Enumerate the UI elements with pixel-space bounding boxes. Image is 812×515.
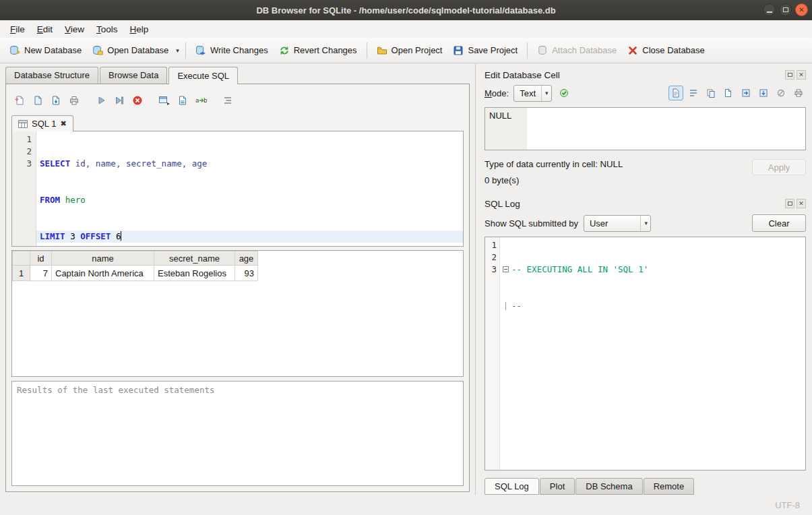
code-area[interactable]: SELECT id, name, secret_name, age FROM h… bbox=[36, 131, 463, 246]
revert-changes-icon bbox=[279, 45, 290, 56]
stop-execution-button[interactable] bbox=[129, 92, 146, 109]
print-sql-button[interactable] bbox=[66, 92, 82, 109]
close-database-button[interactable]: Close Database bbox=[622, 42, 710, 59]
save-cell-button[interactable] bbox=[721, 86, 736, 100]
revert-changes-button[interactable]: Revert Changes bbox=[274, 42, 363, 59]
save-results-view-button[interactable] bbox=[175, 92, 191, 109]
execution-message: Results of the last executed statements bbox=[17, 385, 215, 395]
sql-code-editor[interactable]: 1 2 3 SELECT id, name, secret_name, age … bbox=[11, 131, 464, 247]
edit-cell-toolbar: Mode: Text ▾ bbox=[485, 82, 806, 104]
edit-cell-title: Edit Database Cell bbox=[485, 70, 560, 80]
cell-name[interactable]: Captain North America bbox=[52, 266, 154, 281]
tab-browse-data[interactable]: Browse Data bbox=[100, 67, 167, 84]
menu-tools[interactable]: Tools bbox=[90, 22, 124, 36]
copy-cell-button[interactable] bbox=[704, 86, 718, 100]
code-line-3-current: LIMIT 3 OFFSET 6 bbox=[36, 231, 463, 243]
column-header-secret-name[interactable]: secret_name bbox=[154, 251, 235, 266]
set-null-button[interactable] bbox=[774, 86, 788, 100]
close-icon: ✕ bbox=[799, 6, 804, 13]
edit-cell-float-button[interactable] bbox=[785, 70, 794, 80]
fold-guide bbox=[505, 302, 509, 310]
chevron-down-icon: ▾ bbox=[541, 86, 549, 101]
execute-sql-panel: ab SQL 1 ✖ 1 2 3 SELECT id, name, se bbox=[5, 84, 470, 492]
grid-header-row: id name secret_name age bbox=[13, 251, 258, 266]
minimize-button[interactable] bbox=[763, 3, 776, 16]
titlebar: DB Browser for SQLite - /home/user/code/… bbox=[0, 0, 812, 20]
sql-log-filter-row: Show SQL submitted by User ▾ Clear bbox=[485, 212, 806, 235]
float-icon bbox=[788, 73, 792, 77]
write-changes-label: Write Changes bbox=[210, 45, 268, 55]
tab-database-structure[interactable]: Database Structure bbox=[5, 67, 98, 84]
word-wrap-icon bbox=[689, 88, 698, 98]
close-database-icon bbox=[627, 45, 638, 56]
left-pane: Database Structure Browse Data Execute S… bbox=[0, 63, 475, 495]
close-window-button[interactable]: ✕ bbox=[795, 3, 808, 16]
cell-secret-name[interactable]: Esteban Rogelios bbox=[154, 266, 235, 281]
open-database-dropdown[interactable]: ▾ bbox=[174, 44, 181, 57]
execute-line-icon bbox=[114, 95, 125, 106]
cell-value: NULL bbox=[485, 108, 527, 150]
sql-number: 6 bbox=[111, 231, 121, 241]
clear-log-button[interactable]: Clear bbox=[752, 214, 806, 232]
mode-combobox[interactable]: Text ▾ bbox=[513, 85, 551, 102]
log-comment: -- bbox=[511, 301, 522, 311]
revert-changes-label: Revert Changes bbox=[294, 45, 357, 55]
open-sql-file-button[interactable] bbox=[30, 92, 46, 109]
column-header-age[interactable]: age bbox=[235, 251, 258, 266]
auto-complete-button[interactable]: ab bbox=[193, 92, 209, 109]
open-database-button[interactable]: Open Database bbox=[87, 42, 174, 59]
dock-tab-sql-log[interactable]: SQL Log bbox=[485, 478, 539, 495]
import-cell-button[interactable] bbox=[739, 86, 753, 100]
open-sql-tab-button[interactable] bbox=[11, 92, 28, 109]
tab-execute-sql[interactable]: Execute SQL bbox=[168, 67, 238, 84]
export-cell-button[interactable] bbox=[756, 86, 771, 100]
open-project-button[interactable]: Open Project bbox=[371, 42, 448, 59]
sql-1-tab[interactable]: SQL 1 ✖ bbox=[11, 115, 73, 131]
print-cell-button[interactable] bbox=[791, 86, 806, 100]
text-mode-button[interactable] bbox=[668, 86, 683, 100]
apply-button[interactable]: Apply bbox=[752, 159, 806, 175]
column-header-id[interactable]: id bbox=[30, 251, 52, 266]
execute-line-button[interactable] bbox=[111, 92, 127, 109]
apply-mode-button[interactable] bbox=[557, 86, 571, 100]
menu-view[interactable]: View bbox=[59, 22, 90, 36]
sql-table-name: hero bbox=[60, 195, 86, 205]
cell-id[interactable]: 7 bbox=[30, 266, 52, 281]
new-database-button[interactable]: New Database bbox=[4, 42, 87, 59]
sql-tab-close-icon[interactable]: ✖ bbox=[60, 119, 66, 128]
row-header[interactable]: 1 bbox=[13, 266, 30, 281]
column-header-name[interactable]: name bbox=[52, 251, 154, 266]
new-database-label: New Database bbox=[24, 45, 82, 55]
table-row[interactable]: 1 7 Captain North America Esteban Rogeli… bbox=[13, 266, 258, 281]
fold-toggle-icon[interactable] bbox=[503, 266, 509, 272]
dock-tab-plot[interactable]: Plot bbox=[540, 478, 575, 495]
export-results-button[interactable] bbox=[156, 92, 173, 109]
sql-log-view[interactable]: 1 2 3 -- EXECUTING ALL IN 'SQL 1' -- bbox=[485, 237, 806, 471]
refresh-icon bbox=[559, 88, 569, 98]
edit-cell-close-button[interactable]: ✕ bbox=[797, 70, 806, 80]
line-number: 2 bbox=[12, 146, 32, 158]
word-wrap-button[interactable] bbox=[686, 86, 701, 100]
save-sql-file-button[interactable] bbox=[48, 92, 64, 109]
cell-info-row: Type of data currently in cell: NULL 0 b… bbox=[485, 159, 806, 185]
save-project-button[interactable]: Save Project bbox=[447, 42, 523, 59]
dock-tab-remote[interactable]: Remote bbox=[644, 478, 695, 495]
cell-editor[interactable]: NULL bbox=[485, 107, 806, 150]
maximize-button[interactable] bbox=[779, 3, 792, 16]
format-sql-button[interactable] bbox=[220, 92, 236, 109]
write-changes-button[interactable]: Write Changes bbox=[190, 42, 274, 59]
menu-help[interactable]: Help bbox=[124, 22, 155, 36]
menu-edit[interactable]: Edit bbox=[31, 22, 59, 36]
submitted-by-combobox[interactable]: User ▾ bbox=[584, 215, 651, 232]
print-icon bbox=[794, 88, 803, 98]
sql-log-close-button[interactable]: ✕ bbox=[797, 199, 806, 208]
cell-age[interactable]: 93 bbox=[235, 266, 258, 281]
sql-log-float-button[interactable] bbox=[785, 199, 794, 208]
execute-all-button[interactable] bbox=[93, 92, 109, 109]
menu-file[interactable]: File bbox=[4, 22, 31, 36]
import-icon bbox=[741, 88, 751, 98]
svg-text:b: b bbox=[204, 97, 207, 104]
format-sql-icon bbox=[222, 95, 233, 106]
dock-tab-db-schema[interactable]: DB Schema bbox=[575, 478, 642, 495]
line-number: 3 bbox=[485, 264, 497, 276]
